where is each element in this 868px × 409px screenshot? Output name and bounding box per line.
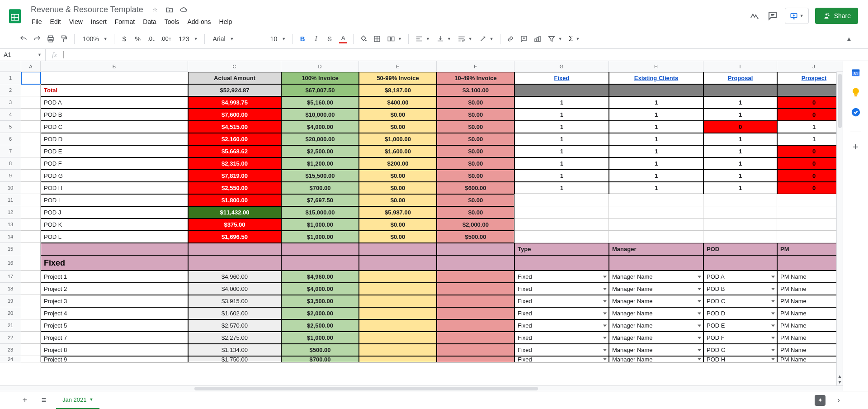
halign-select[interactable]: ▼: [412, 35, 433, 43]
cell[interactable]: $0.00: [437, 206, 514, 219]
cell[interactable]: $200.00: [359, 157, 437, 170]
row-header[interactable]: 20: [0, 307, 21, 319]
cell[interactable]: $2,275.00: [188, 332, 281, 344]
cell[interactable]: POD D: [703, 307, 777, 319]
cell[interactable]: Manager Name: [609, 295, 703, 307]
cell[interactable]: $600.00: [437, 182, 514, 194]
cell[interactable]: PM: [777, 243, 843, 255]
cell[interactable]: [359, 283, 437, 295]
row-header[interactable]: 12: [0, 206, 21, 219]
cell[interactable]: $7,697.50: [281, 194, 359, 206]
cell[interactable]: $4,960.00: [188, 271, 281, 283]
cell[interactable]: $2,500.00: [281, 145, 359, 157]
row-header[interactable]: 16: [0, 255, 21, 271]
menu-data[interactable]: Data: [139, 16, 160, 27]
row-header[interactable]: 24: [0, 356, 21, 362]
cell[interactable]: Fixed: [514, 283, 609, 295]
row-header[interactable]: 21: [0, 319, 21, 332]
cell[interactable]: $1,800.00: [188, 194, 281, 206]
row-header[interactable]: 15: [0, 243, 21, 255]
cell[interactable]: Fixed: [514, 72, 609, 84]
menu-help[interactable]: Help: [216, 16, 236, 27]
cell[interactable]: POD H: [41, 182, 188, 194]
cell[interactable]: Fixed: [514, 332, 609, 344]
cell[interactable]: $4,000.00: [188, 283, 281, 295]
strikethrough-icon[interactable]: S: [323, 33, 336, 45]
cell[interactable]: POD K: [41, 219, 188, 231]
cell[interactable]: Manager: [609, 243, 703, 255]
cell[interactable]: POD A: [703, 271, 777, 283]
cell[interactable]: Manager Name: [609, 356, 703, 362]
cell[interactable]: Fixed: [514, 295, 609, 307]
cell[interactable]: 1: [609, 182, 703, 194]
row-header[interactable]: 7: [0, 145, 21, 157]
cell[interactable]: [21, 157, 41, 170]
cell[interactable]: [514, 255, 609, 271]
cell[interactable]: [21, 332, 41, 344]
cell[interactable]: 0: [777, 157, 843, 170]
cell[interactable]: $1,000.00: [281, 231, 359, 243]
cell[interactable]: [359, 319, 437, 332]
cell[interactable]: $15,500.00: [281, 170, 359, 182]
cell[interactable]: $2,000.00: [281, 307, 359, 319]
cell[interactable]: Fixed: [41, 255, 188, 271]
cell[interactable]: Project 7: [41, 332, 188, 344]
row-header[interactable]: 4: [0, 109, 21, 121]
cell[interactable]: $0.00: [437, 194, 514, 206]
cell[interactable]: [437, 356, 514, 362]
cell[interactable]: $0.00: [359, 231, 437, 243]
cell[interactable]: $0.00: [437, 145, 514, 157]
cell[interactable]: $4,000.00: [281, 121, 359, 133]
col-header-I[interactable]: I: [703, 61, 777, 72]
cell[interactable]: 0: [777, 109, 843, 121]
menu-edit[interactable]: Edit: [47, 16, 65, 27]
cell[interactable]: $3,500.00: [281, 295, 359, 307]
cell[interactable]: Project 4: [41, 307, 188, 319]
cell[interactable]: $500.00: [281, 344, 359, 356]
cell[interactable]: $0.00: [359, 182, 437, 194]
cell[interactable]: $0.00: [437, 157, 514, 170]
row-header[interactable]: 13: [0, 219, 21, 231]
cell[interactable]: $1,134.00: [188, 344, 281, 356]
cell[interactable]: [437, 307, 514, 319]
cell[interactable]: PM Name: [777, 319, 843, 332]
cell[interactable]: $0.00: [437, 96, 514, 109]
cell[interactable]: [21, 231, 41, 243]
cell[interactable]: [21, 255, 41, 271]
cell[interactable]: 1: [777, 133, 843, 145]
cell[interactable]: $5,668.62: [188, 145, 281, 157]
cell[interactable]: $2,570.00: [188, 319, 281, 332]
row-header[interactable]: 2: [0, 84, 21, 96]
column-headers[interactable]: ABCDEFGHIJK: [0, 61, 843, 72]
row-header[interactable]: 22: [0, 332, 21, 344]
menu-tools[interactable]: Tools: [161, 16, 183, 27]
row-header[interactable]: 3: [0, 96, 21, 109]
menu-addons[interactable]: Add-ons: [184, 16, 214, 27]
cell[interactable]: POD D: [41, 133, 188, 145]
cell[interactable]: 1: [703, 170, 777, 182]
cell[interactable]: $2,315.00: [188, 157, 281, 170]
cell[interactable]: $0.00: [437, 121, 514, 133]
cell[interactable]: PM Name: [777, 307, 843, 319]
cell[interactable]: [21, 109, 41, 121]
cell[interactable]: $2,500.00: [281, 319, 359, 332]
cell[interactable]: $8,187.00: [359, 84, 437, 96]
col-header-C[interactable]: C: [188, 61, 281, 72]
cell[interactable]: [21, 344, 41, 356]
cell[interactable]: [359, 271, 437, 283]
cell[interactable]: $700.00: [281, 356, 359, 362]
doc-title[interactable]: Revenue & Resource Template: [28, 4, 146, 15]
borders-icon[interactable]: [371, 33, 383, 45]
cell[interactable]: [514, 219, 609, 231]
cell[interactable]: $10,000.00: [281, 109, 359, 121]
chart-icon[interactable]: [531, 33, 544, 45]
cell[interactable]: POD C: [41, 121, 188, 133]
cell[interactable]: 0: [703, 121, 777, 133]
cell[interactable]: POD E: [703, 319, 777, 332]
cell[interactable]: PM Name: [777, 356, 843, 362]
print-icon[interactable]: [44, 33, 57, 45]
cell[interactable]: Actual Amount: [188, 72, 281, 84]
cell[interactable]: POD G: [41, 170, 188, 182]
col-header-B[interactable]: B: [41, 61, 188, 72]
cell[interactable]: 1: [609, 145, 703, 157]
